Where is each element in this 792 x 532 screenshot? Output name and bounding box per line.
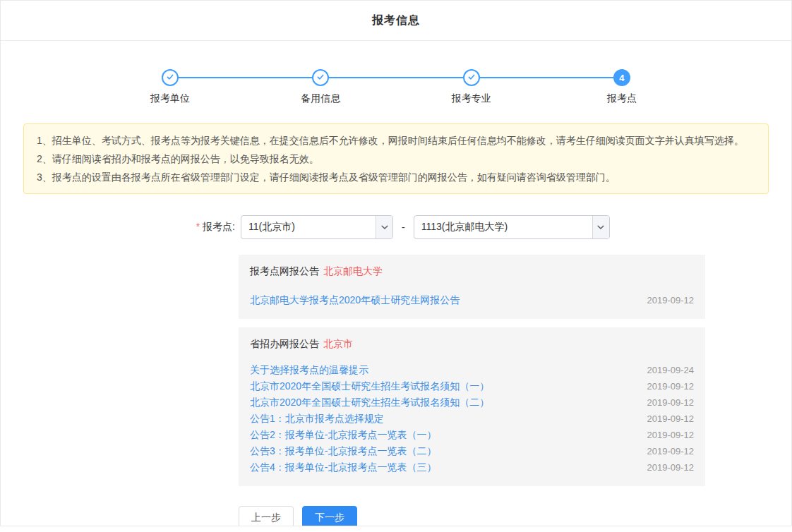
step-2-circle — [312, 69, 329, 86]
notice-list-item: 北京邮电大学报考点2020年硕士研究生网报公告 2019-09-12 — [250, 292, 694, 308]
notice-date: 2019-09-24 — [647, 365, 695, 375]
select-separator: - — [402, 222, 405, 233]
form-actions: 上一步 下一步 — [239, 506, 791, 526]
check-icon — [166, 71, 174, 84]
notice-link[interactable]: 公告3：报考单位-北京报考点一览表（二） — [250, 445, 436, 458]
notice-link[interactable]: 北京市2020年全国硕士研究生招生考试报名须知（一） — [250, 380, 489, 393]
step-3-circle — [463, 69, 480, 86]
notice-date: 2019-09-12 — [647, 413, 695, 424]
check-icon — [316, 71, 325, 84]
notice-list-item: 公告1：北京市报考点选择规定 2019-09-12 — [250, 411, 694, 427]
page-header: 报考信息 — [1, 1, 791, 41]
step-baokao-danwei: 报考单位 — [142, 69, 198, 105]
warning-notice-box: 1、招生单位、考试方式、报考点等为报考关键信息，在提交信息后不允许修改，网报时间… — [23, 123, 769, 194]
exam-site-select-value: 1113(北京邮电大学) — [414, 221, 592, 234]
next-step-button[interactable]: 下一步 — [302, 506, 357, 526]
province-notice-panel-title: 省招办网报公告北京市 — [250, 338, 694, 351]
notice-list-item: 关于选择报考点的温馨提示 2019-09-24 — [250, 362, 694, 378]
step-2-label: 备用信息 — [301, 92, 340, 105]
site-notice-panel: 报考点网报公告北京邮电大学 北京邮电大学报考点2020年硕士研究生网报公告 20… — [239, 255, 705, 319]
notice-list-item: 公告3：报考单位-北京报考点一览表（二） 2019-09-12 — [250, 443, 694, 459]
step-1-label: 报考单位 — [150, 92, 190, 105]
notice-link[interactable]: 关于选择报考点的温馨提示 — [250, 364, 368, 377]
province-notice-highlight: 北京市 — [323, 338, 353, 349]
notice-link[interactable]: 北京邮电大学报考点2020年硕士研究生网报公告 — [250, 294, 460, 307]
notice-link[interactable]: 北京市2020年全国硕士研究生招生考试报名须知（二） — [250, 397, 489, 409]
notice-line: 3、报考点的设置由各报考点所在省级管理部门设定，请仔细阅读报考点及省级管理部门的… — [37, 168, 755, 186]
notice-date: 2019-09-12 — [647, 381, 695, 392]
step-4-label: 报考点 — [607, 92, 637, 105]
notice-date: 2019-09-12 — [647, 446, 695, 457]
chevron-down-icon[interactable] — [376, 216, 392, 238]
site-notice-panel-title: 报考点网报公告北京邮电大学 — [250, 265, 694, 278]
stepper: 报考单位 备用信息 报考专业 4 报考点 — [142, 69, 650, 105]
step-beiyong-xinxi: 备用信息 — [292, 69, 349, 105]
notice-link[interactable]: 公告1：北京市报考点选择规定 — [250, 413, 384, 425]
notice-date: 2019-09-12 — [647, 295, 695, 306]
step-3-label: 报考专业 — [452, 92, 491, 105]
province-select-value: 11(北京市) — [241, 221, 376, 234]
province-select[interactable]: 11(北京市) — [241, 215, 393, 239]
step-baokaodian: 4 报考点 — [594, 69, 650, 105]
exam-site-form-row: *报考点: 11(北京市) - 1113(北京邮电大学) — [1, 215, 791, 239]
notice-date: 2019-09-12 — [647, 430, 695, 440]
site-notice-highlight: 北京邮电大学 — [323, 265, 383, 277]
notice-date: 2019-09-12 — [647, 462, 695, 473]
exam-site-label: *报考点: — [1, 221, 241, 234]
step-1-circle — [162, 69, 179, 86]
notice-link[interactable]: 公告4：报考单位-北京报考点一览表（三） — [250, 461, 436, 474]
step-4-circle: 4 — [613, 69, 630, 86]
page-title: 报考信息 — [372, 13, 420, 28]
notice-list-item: 北京市2020年全国硕士研究生招生考试报名须知（二） 2019-09-12 — [250, 394, 694, 411]
notice-list-item: 公告4：报考单位-北京报考点一览表（三） 2019-09-12 — [250, 459, 694, 476]
notice-date: 2019-09-12 — [647, 397, 695, 408]
check-icon — [467, 71, 476, 84]
province-notice-panel: 省招办网报公告北京市 关于选择报考点的温馨提示 2019-09-24 北京市20… — [239, 327, 705, 486]
notice-list-item: 公告2：报考单位-北京报考点一览表（一） 2019-09-12 — [250, 427, 694, 443]
province-notice-list: 关于选择报考点的温馨提示 2019-09-24 北京市2020年全国硕士研究生招… — [250, 362, 694, 476]
notice-line: 1、招生单位、考试方式、报考点等为报考关键信息，在提交信息后不允许修改，网报时间… — [37, 131, 755, 150]
prev-step-button[interactable]: 上一步 — [239, 506, 294, 526]
chevron-down-icon[interactable] — [592, 216, 609, 238]
notice-line: 2、请仔细阅读省招办和报考点的网报公告，以免导致报名无效。 — [37, 150, 755, 168]
step-baokao-zhuanye: 报考专业 — [443, 69, 500, 105]
required-asterisk: * — [196, 221, 200, 232]
notice-list-item: 北京市2020年全国硕士研究生招生考试报名须知（一） 2019-09-12 — [250, 378, 694, 394]
application-info-page: 报考信息 报考单位 备用信息 — [0, 0, 792, 526]
exam-site-select[interactable]: 1113(北京邮电大学) — [414, 215, 610, 239]
notice-link[interactable]: 公告2：报考单位-北京报考点一览表（一） — [250, 429, 436, 442]
stepper-connector-line — [170, 77, 622, 78]
